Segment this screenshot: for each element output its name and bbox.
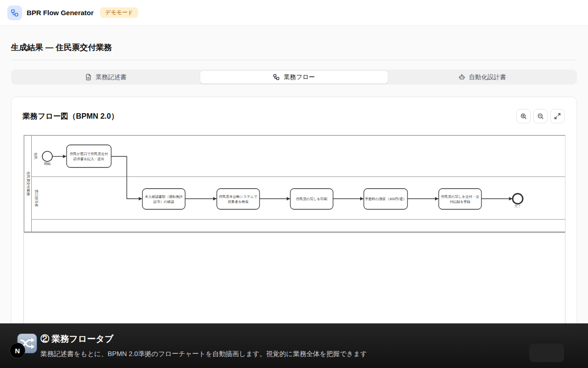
fullscreen-button[interactable] bbox=[550, 109, 565, 123]
bpmn-end-event: 完了 bbox=[513, 194, 523, 208]
bot-icon bbox=[458, 74, 465, 80]
tour-next-button[interactable] bbox=[529, 344, 564, 362]
bpmn-diagram: 住民票交付業務 住民 窓口担当者 開始 住民が窓口で住民票交付 bbox=[24, 135, 565, 325]
document-icon bbox=[85, 74, 92, 80]
zoom-in-icon bbox=[520, 113, 527, 120]
zoom-out-button[interactable] bbox=[533, 109, 548, 123]
svg-text:住民票の写しを印刷: 住民票の写しを印刷 bbox=[296, 197, 328, 201]
svg-text:証等）の確認: 証等）の確認 bbox=[153, 200, 175, 204]
demo-mode-badge: デモモード bbox=[100, 7, 138, 18]
tour-step-description: 業務記述書をもとに、BPMN 2.0準拠のフローチャートを自動描画します。視覚的… bbox=[40, 350, 367, 358]
tab-label: 業務フロー bbox=[283, 73, 315, 81]
diagram-toolbar bbox=[516, 109, 565, 123]
app-logo bbox=[7, 6, 22, 20]
svg-text:請求書を記入・提出: 請求書を記入・提出 bbox=[74, 157, 105, 161]
tour-step-title: ② 業務フロータブ bbox=[40, 333, 113, 345]
bpmn-task: 住民票の写しを印刷 bbox=[290, 189, 333, 209]
svg-text:住民票の写しを交付・交: 住民票の写しを交付・交 bbox=[441, 195, 480, 199]
bpmn-task: 住民が窓口で住民票交付 請求書を記入・提出 bbox=[67, 145, 111, 167]
bpmn-task: 手数料の徴収（300円/通） bbox=[364, 189, 407, 209]
tab-label: 自動化設計書 bbox=[469, 73, 506, 81]
end-event-label: 完了 bbox=[514, 204, 521, 208]
card-title: 業務フロー図（BPMN 2.0） bbox=[23, 111, 119, 121]
bpmn-task: 住民基本台帳システムで 対象者を検索 bbox=[217, 189, 260, 209]
tab-business-description[interactable]: 業務記述書 bbox=[12, 70, 200, 84]
tab-automation-design[interactable]: 自動化設計書 bbox=[388, 70, 576, 84]
tab-business-flow[interactable]: 業務フロー bbox=[200, 70, 389, 84]
svg-text:付記録を登録: 付記録を登録 bbox=[449, 200, 471, 204]
workflow-icon bbox=[11, 9, 19, 17]
app-header: BPR Flow Generator デモモード bbox=[0, 0, 588, 26]
nextjs-dev-badge[interactable]: N bbox=[10, 343, 25, 358]
svg-text:住民基本台帳システムで: 住民基本台帳システムで bbox=[219, 195, 258, 199]
svg-text:住民が窓口で住民票交付: 住民が窓口で住民票交付 bbox=[70, 152, 108, 156]
result-tab-bar: 業務記述書 業務フロー 自動化設計書 bbox=[11, 69, 577, 85]
pool-label: 住民票交付業務 bbox=[26, 172, 30, 196]
expand-icon bbox=[554, 113, 561, 120]
page-title: 生成結果 — 住民票交付業務 bbox=[11, 42, 112, 53]
bpmn-start-event: 開始 bbox=[42, 151, 52, 166]
start-event-label: 開始 bbox=[44, 162, 51, 166]
tab-label: 業務記述書 bbox=[96, 73, 127, 81]
tour-overlay: ② 業務フロータブ 業務記述書をもとに、BPMN 2.0準拠のフローチャートを自… bbox=[0, 323, 588, 368]
svg-text:手数料の徴収（300円/通）: 手数料の徴収（300円/通） bbox=[365, 197, 407, 201]
svg-text:本人確認書類（運転免許: 本人確認書類（運転免許 bbox=[145, 195, 183, 199]
zoom-out-icon bbox=[537, 113, 544, 120]
divider bbox=[11, 60, 577, 60]
bpmn-task: 本人確認書類（運転免許 証等）の確認 bbox=[142, 189, 185, 209]
lane-label-resident: 住民 bbox=[34, 153, 38, 160]
svg-text:対象者を検索: 対象者を検索 bbox=[228, 200, 249, 204]
zoom-in-button[interactable] bbox=[516, 109, 531, 123]
app-title: BPR Flow Generator bbox=[27, 9, 94, 17]
workflow-icon bbox=[273, 74, 280, 80]
lane-label-clerk: 窓口担当者 bbox=[34, 190, 39, 207]
bpmn-task: 住民票の写しを交付・交 付記録を登録 bbox=[439, 189, 481, 209]
